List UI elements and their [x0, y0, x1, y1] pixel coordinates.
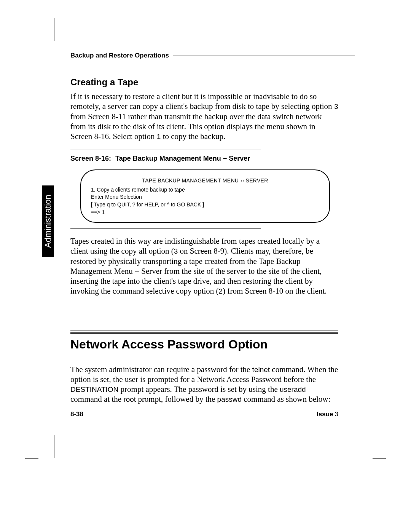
crop-mark — [25, 458, 38, 459]
terminal-title: TAPE BACKUP MANAGEMENT MENU ›› SERVER — [91, 177, 319, 185]
cmd-passwd: passwd — [217, 395, 242, 403]
terminal-line: ==> 1 — [91, 209, 319, 216]
caption-text: Tape Backup Management Menu − Server — [115, 155, 250, 162]
running-header-text: Backup and Restore Operations — [70, 52, 173, 59]
page-body: Backup and Restore Operations Administra… — [54, 18, 355, 458]
caption-number: Screen 8-16: — [70, 155, 113, 162]
cmd-destination: DESTINATION — [70, 385, 118, 393]
running-header: Backup and Restore Operations — [70, 52, 355, 59]
text: The system administrator can require a p… — [70, 365, 252, 374]
terminal-screen: TAPE BACKUP MANAGEMENT MENU ›› SERVER 1.… — [80, 169, 330, 223]
cmd-telnet: telnet — [252, 366, 270, 374]
para-network-access: The system administrator can require a p… — [70, 364, 338, 404]
cmd-root: root — [123, 395, 136, 403]
content-area: Creating a Tape If it is necessary to re… — [70, 77, 338, 413]
text: If it is necessary to restore a client b… — [70, 92, 334, 111]
page-footer: 8-38 Issue3 — [70, 411, 338, 418]
text: to copy the backup. — [161, 132, 225, 141]
text: prompt appears. The password is set by u… — [118, 385, 280, 394]
cmd-useradd: useradd — [280, 385, 306, 393]
option-3: 3 — [334, 102, 338, 110]
para-intro: If it is necessary to restore a client b… — [70, 91, 338, 141]
crop-mark — [25, 18, 38, 18]
rule-thin — [70, 331, 338, 331]
crop-mark — [373, 458, 386, 459]
text: prompt, followed by the — [136, 395, 217, 404]
option-2: 2 — [219, 287, 223, 295]
issue-number: 3 — [335, 411, 338, 418]
text: command at the — [70, 395, 123, 404]
terminal-line: 1. Copy a clients remote backup to tape — [91, 186, 319, 194]
subheading-creating-tape: Creating a Tape — [70, 77, 338, 88]
side-tab-label: Administration — [43, 195, 53, 248]
para-tapes-created: Tapes created in this way are indistingu… — [70, 236, 338, 296]
section-heading-network-access: Network Access Password Option — [70, 337, 338, 351]
issue: Issue3 — [317, 411, 338, 418]
option-1: 1 — [157, 133, 161, 141]
issue-label: Issue — [317, 411, 333, 418]
rule — [70, 228, 261, 228]
rule-thick — [70, 332, 338, 334]
text: ) from Screen 8-10 on the client. — [223, 286, 327, 296]
terminal-line: [ Type q to QUIT, ? for HELP, or ^ to GO… — [91, 201, 319, 209]
option-3: 3 — [174, 247, 178, 255]
crop-mark — [373, 18, 386, 18]
text: command as shown below: — [242, 395, 330, 404]
terminal-line: Enter Menu Selection — [91, 193, 319, 201]
rule — [70, 150, 261, 150]
side-tab: Administration — [42, 185, 54, 257]
header-rule — [173, 56, 355, 56]
screen-caption: Screen 8-16: Tape Backup Management Menu… — [70, 155, 338, 163]
section-divider — [70, 331, 338, 334]
page-number: 8-38 — [70, 411, 83, 418]
